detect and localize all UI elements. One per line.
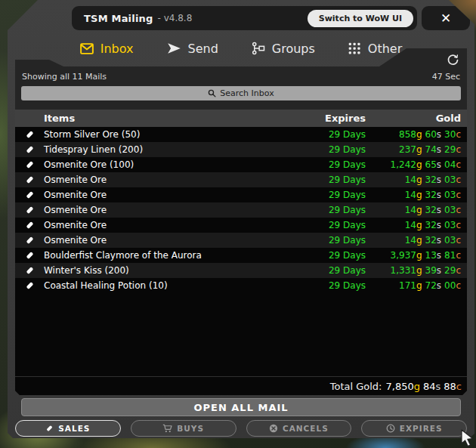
- mail-row[interactable]: Osmenite Ore (100)29 Days1,242g65s04c: [15, 157, 467, 172]
- footer-button-label: CANCELS: [283, 424, 329, 433]
- mail-gold-amount: 858g60s30c: [399, 127, 461, 142]
- tsm-mailing-window: TSM Mailing - v4.8.8 Switch to WoW UI ✕ …: [8, 0, 474, 438]
- mail-row[interactable]: Osmenite Ore29 Days14g32s03c: [15, 202, 467, 218]
- mail-item-name: Storm Silver Ore (50): [44, 127, 140, 142]
- refresh-icon[interactable]: [447, 54, 459, 70]
- tab-groups[interactable]: Groups: [252, 42, 315, 56]
- mail-gold-amount: 1,331g39s29c: [391, 263, 461, 278]
- mail-row[interactable]: Coastal Healing Potion (10)29 Days171g72…: [15, 278, 467, 293]
- mail-row[interactable]: Storm Silver Ore (50)29 Days858g60s30c: [15, 127, 467, 142]
- mail-list: Storm Silver Ore (50)29 Days858g60s30cTi…: [15, 127, 467, 376]
- mail-expires: 29 Days: [329, 233, 366, 248]
- cart-icon: [162, 424, 172, 433]
- mail-expires: 29 Days: [329, 248, 366, 263]
- mail-icon: [80, 43, 94, 54]
- tag-icon: [25, 190, 35, 202]
- mail-row[interactable]: Tidespray Linen (200)29 Days237g74s29c: [15, 142, 467, 157]
- sales-button[interactable]: SALES: [15, 420, 121, 437]
- tab-other[interactable]: Other: [348, 42, 402, 56]
- tag-icon: [25, 175, 35, 187]
- title-bar: TSM Mailing - v4.8.8 Switch to WoW UI: [72, 6, 417, 30]
- tag-icon: [25, 281, 35, 292]
- tag-icon: [25, 145, 35, 156]
- mail-row[interactable]: Boulderfist Claymore of the Aurora29 Day…: [15, 248, 467, 263]
- mail-item-name: Osmenite Ore: [44, 187, 107, 202]
- mail-expires: 29 Days: [329, 263, 366, 278]
- mail-row[interactable]: Osmenite Ore29 Days14g32s03c: [15, 218, 467, 233]
- mail-row[interactable]: Osmenite Ore29 Days14g32s03c: [15, 233, 467, 248]
- refresh-timer: 47 Sec: [432, 72, 460, 82]
- cancels-button[interactable]: CANCELS: [246, 420, 352, 437]
- mail-gold-amount: 14g32s03c: [405, 172, 461, 187]
- tag-icon: [25, 266, 35, 277]
- mail-item-name: Osmenite Ore (100): [44, 157, 134, 172]
- tab-send[interactable]: Send: [167, 42, 218, 56]
- mail-gold-amount: 14g32s03c: [405, 187, 461, 202]
- mail-row[interactable]: Osmenite Ore29 Days14g32s03c: [15, 187, 467, 202]
- mail-gold-amount: 237g74s29c: [399, 142, 461, 157]
- mail-item-name: Boulderfist Claymore of the Aurora: [44, 248, 202, 263]
- inbox-panel: Showing all 11 Mails 47 Sec Search Inbox…: [15, 48, 467, 395]
- mail-expires: 29 Days: [329, 142, 366, 157]
- tag-icon: [25, 221, 35, 232]
- window-version: - v4.8.8: [158, 13, 193, 23]
- mail-expires: 29 Days: [329, 172, 366, 187]
- tag-icon: [25, 251, 35, 262]
- mail-expires: 29 Days: [329, 187, 366, 202]
- switch-to-wow-ui-button[interactable]: Switch to WoW UI: [308, 10, 413, 27]
- mail-expires: 29 Days: [329, 278, 366, 293]
- footer-filter-bar: SALESBUYSCANCELSEXPIRES: [15, 420, 467, 437]
- tab-label: Groups: [272, 42, 315, 56]
- mail-gold-amount: 14g32s03c: [405, 233, 461, 248]
- tag-icon: [25, 130, 35, 141]
- tab-label: Send: [188, 42, 218, 56]
- clock-icon: [386, 424, 395, 433]
- close-icon: ✕: [440, 12, 451, 25]
- total-gold-label: Total Gold:: [330, 381, 382, 392]
- footer-button-label: BUYS: [177, 424, 204, 433]
- tag-icon: [25, 236, 35, 247]
- search-input[interactable]: Search Inbox: [21, 86, 461, 100]
- mail-item-name: Coastal Healing Potion (10): [44, 278, 168, 293]
- column-expires: Expires: [325, 110, 366, 127]
- mail-expires: 29 Days: [329, 127, 366, 142]
- window-title: TSM Mailing: [84, 13, 153, 24]
- mail-expires: 29 Days: [329, 157, 366, 172]
- table-header: Items Expires Gold: [15, 110, 467, 127]
- mail-expires: 29 Days: [329, 202, 366, 218]
- send-icon: [167, 42, 181, 54]
- tag-icon: [25, 205, 35, 217]
- mail-gold-amount: 3,937g13s81c: [391, 248, 461, 263]
- expires-button[interactable]: EXPIRES: [361, 420, 467, 437]
- tab-inbox[interactable]: Inbox: [80, 42, 134, 56]
- search-placeholder: Search Inbox: [220, 88, 274, 98]
- mail-expires: 29 Days: [329, 218, 366, 233]
- tag-icon: [45, 425, 54, 432]
- groups-icon: [252, 42, 265, 55]
- mail-row[interactable]: Osmenite Ore29 Days14g32s03c: [15, 172, 467, 187]
- open-all-mail-button[interactable]: OPEN ALL MAIL: [21, 398, 461, 416]
- total-gold-row: Total Gold: 7,850g84s88c: [15, 376, 467, 395]
- cancel-icon: [269, 424, 278, 433]
- tab-label: Other: [368, 42, 402, 56]
- column-items: Items: [44, 110, 75, 127]
- mouse-cursor: [460, 429, 476, 448]
- mail-gold-amount: 1,242g65s04c: [391, 157, 461, 172]
- column-gold: Gold: [436, 110, 461, 127]
- mail-gold-amount: 171g72s00c: [399, 278, 461, 293]
- mail-item-name: Tidespray Linen (200): [44, 142, 143, 157]
- tab-label: Inbox: [100, 42, 134, 56]
- footer-button-label: SALES: [58, 424, 90, 433]
- mail-gold-amount: 14g32s03c: [405, 218, 461, 233]
- mail-item-name: Osmenite Ore: [44, 218, 107, 233]
- mail-item-name: Winter's Kiss (200): [44, 263, 129, 278]
- tag-icon: [25, 160, 35, 171]
- total-gold-value: 7,850g84s88c: [385, 381, 462, 392]
- mail-row[interactable]: Winter's Kiss (200)29 Days1,331g39s29c: [15, 263, 467, 278]
- buys-button[interactable]: BUYS: [131, 420, 236, 437]
- other-icon: [348, 42, 361, 55]
- mail-item-name: Osmenite Ore: [44, 172, 107, 187]
- mail-item-name: Osmenite Ore: [44, 233, 107, 248]
- footer-button-label: EXPIRES: [400, 424, 443, 433]
- search-icon: [208, 89, 216, 97]
